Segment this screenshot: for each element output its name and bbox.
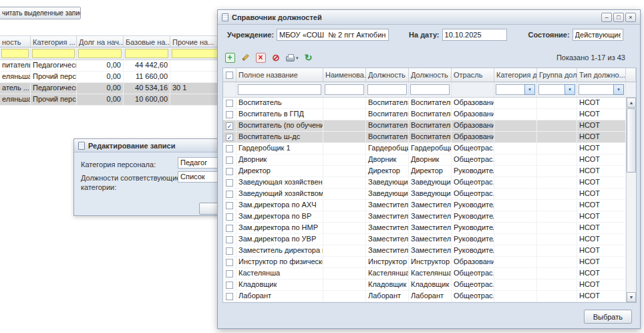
bg-column-other[interactable]: Прочие на...: [170, 35, 224, 47]
filter-scrollbar-spacer: [626, 82, 636, 97]
edit-button[interactable]: [238, 51, 252, 64]
grid-row[interactable]: Заместитель директора по до... Заместите…: [223, 245, 636, 257]
row-checkbox[interactable]: [226, 100, 233, 107]
grid-row[interactable]: Инструктор по физической ку... Инструкто…: [223, 257, 636, 268]
bg-grid-row[interactable]: еляньша Прочий персо... 0,00 10 600,00: [0, 94, 224, 106]
grid-row[interactable]: Кладовщик Кладовщик Кладовщик Общеотрас.…: [223, 280, 636, 291]
column-header-position-alt[interactable]: Должность ...: [409, 68, 452, 82]
state-input[interactable]: [573, 29, 623, 41]
bg-filter-debt-input[interactable]: [78, 49, 122, 58]
grid-row[interactable]: Кастелянша Кастелянша Кастелянша Общеотр…: [223, 268, 636, 280]
grid-row[interactable]: Гардеробщик 1 Гардеробщик Гардеробщик Об…: [223, 143, 636, 154]
institution-input[interactable]: [277, 29, 389, 41]
grid-row[interactable]: Воспитатель Воспитатель Воспитатель Обра…: [223, 98, 636, 109]
cell-category: [494, 154, 537, 166]
grid-row[interactable]: Зам.директора по ВР Заместител... Замест…: [223, 211, 636, 223]
bg-filter-base-input[interactable]: [125, 49, 168, 58]
filter-pay-type-dropdown[interactable]: ▾: [613, 84, 624, 95]
grid-row[interactable]: Заведующий хозяйством Заведующи... Завед…: [223, 189, 636, 200]
print-button[interactable]: ▾: [285, 51, 300, 64]
bg-grid-row[interactable]: еляньша Прочий персон... 0,00 11 660,00: [0, 72, 224, 83]
column-header-category[interactable]: Категория д...: [494, 68, 537, 82]
grid-row[interactable]: Воспитатель (по обучению та... Воспитате…: [223, 120, 636, 132]
cell-position: Заместител...: [366, 234, 409, 245]
grid-row[interactable]: Дворник Дворник Дворник Общеотрас... НСО…: [223, 154, 636, 166]
select-all-checkbox[interactable]: [226, 72, 233, 79]
column-header-branch[interactable]: Отрасль: [452, 68, 494, 82]
filter-category-dropdown[interactable]: ▾: [524, 84, 535, 95]
close-button[interactable]: ×: [625, 13, 636, 22]
column-header-group[interactable]: Группа дол...: [537, 68, 577, 82]
cell-pay-type: НСОТ: [577, 234, 626, 245]
column-header-short-name[interactable]: Наименова...: [323, 68, 366, 82]
row-checkbox[interactable]: [226, 145, 233, 152]
row-checkbox[interactable]: [226, 282, 233, 289]
column-header-full-name[interactable]: Полное название: [236, 68, 323, 82]
grid-row[interactable]: Воспитатель ш-дс Воспитатель Воспитатель…: [223, 132, 636, 143]
row-checkbox[interactable]: [226, 179, 233, 187]
row-checkbox[interactable]: [226, 270, 233, 278]
cell-position-alt: Заведующи...: [409, 177, 452, 189]
recalculate-selected-button[interactable]: читать выделенные записи: [0, 7, 81, 19]
column-header-position[interactable]: Должность: [366, 68, 409, 82]
row-checkbox[interactable]: [226, 111, 233, 118]
grid-row[interactable]: Зам.директора по АХЧ Заместител... Замес…: [223, 200, 636, 211]
bg-filter-category-input[interactable]: [32, 49, 75, 58]
filter-position-alt-input[interactable]: [410, 84, 450, 95]
row-checkbox[interactable]: [226, 134, 233, 141]
select-button[interactable]: Выбрать: [584, 310, 632, 324]
filter-full-name-input[interactable]: [238, 84, 321, 95]
add-button[interactable]: +: [223, 51, 236, 64]
block-button[interactable]: ⊘: [269, 51, 283, 64]
bg-column-debt[interactable]: Долг на нач...: [77, 35, 124, 47]
grid-row[interactable]: Воспитатель в ГПД Воспитатель Воспитател…: [223, 109, 636, 120]
date-input[interactable]: [442, 29, 507, 41]
bg-column-category[interactable]: Категория ...: [31, 35, 77, 47]
filter-position-input[interactable]: [367, 84, 407, 95]
row-checkbox[interactable]: [226, 168, 233, 175]
grid-row[interactable]: Директор Директор Директор Руководители …: [223, 166, 636, 177]
maximize-button[interactable]: □: [613, 13, 624, 22]
cell-full-name: Зам.директора по ВР: [236, 211, 323, 223]
bg-grid-cell: питатель ...: [0, 60, 31, 71]
bg-column-position[interactable]: ность: [0, 35, 31, 47]
cell-full-name: Заведующая хозяйственной ч...: [236, 177, 323, 189]
grid-row[interactable]: Лаборант Лаборант Лаборант Общеотрас... …: [223, 291, 636, 302]
filter-short-name-input[interactable]: [325, 84, 364, 95]
cell-category: [494, 120, 537, 132]
grid-row[interactable]: Зам.директора по НМР Заместител... Замес…: [223, 223, 636, 234]
filter-pay-type-input[interactable]: [579, 84, 614, 95]
bg-grid-row[interactable]: питатель ... Педагогическ... 0,00 44 442…: [0, 60, 224, 72]
bg-grid-cell: 0,00: [77, 60, 124, 71]
scroll-up-icon[interactable]: ▲: [627, 98, 636, 108]
row-checkbox[interactable]: [226, 259, 233, 266]
row-checkbox[interactable]: [226, 191, 233, 198]
refresh-button[interactable]: ↻: [302, 51, 315, 64]
row-checkbox[interactable]: [226, 213, 233, 221]
row-checkbox[interactable]: [226, 122, 233, 130]
cell-category: [494, 177, 537, 189]
bg-column-base[interactable]: Базовые на...: [124, 35, 170, 47]
row-checkbox[interactable]: [226, 156, 233, 164]
grid-row[interactable]: Заведующая хозяйственной ч... Заведующи.…: [223, 177, 636, 189]
bg-filter-other-input[interactable]: [172, 49, 222, 58]
row-checkbox[interactable]: [226, 236, 233, 243]
row-checkbox[interactable]: [226, 202, 233, 209]
grid-row[interactable]: Зам.директора по УВР Заместител... Замес…: [223, 234, 636, 245]
minimize-button[interactable]: –: [601, 13, 612, 22]
delete-button[interactable]: ×: [254, 51, 267, 64]
cell-position-alt: Гардеробщик: [409, 143, 452, 154]
bg-grid-row[interactable]: атель ... Педагогическ... 0,00 40 534,16…: [0, 83, 224, 94]
column-header-pay-type[interactable]: Тип должно...: [577, 68, 626, 82]
scrollbar-thumb[interactable]: [627, 108, 636, 173]
row-checkbox[interactable]: [226, 225, 233, 232]
filter-group-dropdown[interactable]: ▾: [565, 84, 575, 95]
filter-category-input[interactable]: [496, 84, 525, 95]
row-checkbox[interactable]: [226, 293, 233, 300]
vertical-scrollbar[interactable]: ▲ ▼: [626, 98, 636, 302]
row-checkbox[interactable]: [226, 247, 233, 255]
scroll-down-icon[interactable]: ▼: [627, 292, 636, 302]
filter-group-input[interactable]: [538, 84, 565, 95]
bg-filter-position-input[interactable]: [1, 49, 29, 58]
cell-category: [494, 268, 537, 280]
